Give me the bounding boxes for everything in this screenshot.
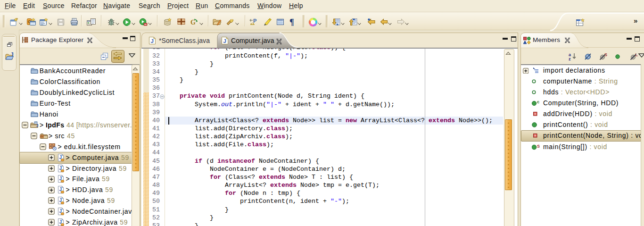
svg-text:S: S [537,144,540,149]
svg-text:c: c [537,100,539,104]
